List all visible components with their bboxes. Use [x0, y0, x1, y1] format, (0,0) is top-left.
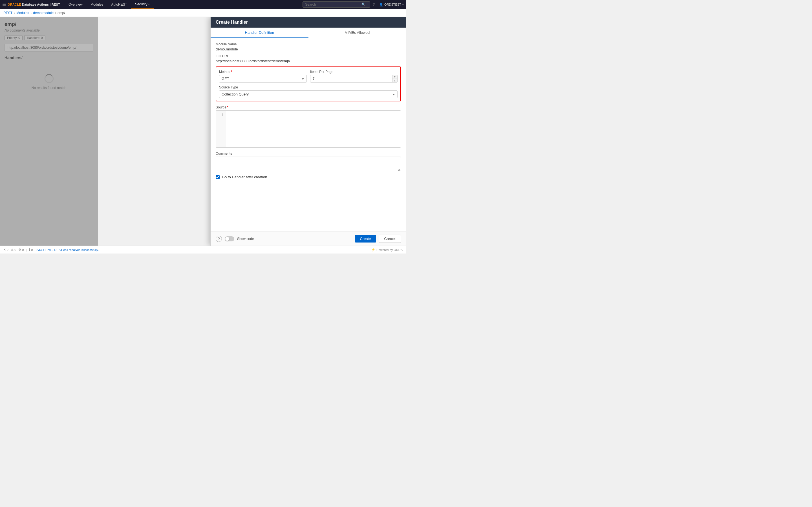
search-bar: 🔍	[303, 1, 370, 8]
info-status: ℹ 0	[29, 248, 33, 251]
items-per-page-wrapper: ▾ ▴	[310, 75, 398, 82]
source-editor: 1	[216, 110, 401, 148]
method-section: Method * GET POST PUT DELETE ▼	[219, 70, 307, 82]
show-code-label: Show code	[237, 237, 254, 241]
search-input[interactable]	[305, 3, 361, 6]
info-icon: ℹ	[29, 248, 30, 251]
breadcrumb-current: emp/	[57, 11, 65, 15]
show-code-toggle[interactable]	[225, 236, 234, 241]
no-results-text: No results found match	[32, 86, 66, 90]
warning-status: ⚠ 0	[11, 248, 16, 251]
source-type-label: Source Type	[219, 86, 398, 89]
go-to-handler-row: Go to Handler after creation	[216, 175, 401, 179]
search-icon: 🔍	[361, 3, 366, 6]
logo: ORACLE Database Actions | REST	[8, 3, 60, 6]
items-per-page-buttons: ▾ ▴	[392, 75, 397, 82]
priority-badge: Priority: 0	[4, 35, 22, 40]
source-required-indicator: *	[227, 105, 229, 109]
method-select[interactable]: GET POST PUT DELETE	[219, 75, 307, 82]
source-label: Source *	[216, 105, 401, 109]
go-to-handler-label: Go to Handler after creation	[222, 175, 267, 179]
loading-area: No results found match	[4, 63, 93, 101]
powered-by: ⚡ Powered by ORDS	[371, 248, 403, 251]
logo-oracle: ORACLE	[8, 3, 21, 6]
logo-rest: Database Actions | REST	[22, 3, 60, 6]
breadcrumb-modules[interactable]: Modules	[16, 11, 29, 15]
cancel-button[interactable]: Cancel	[379, 235, 401, 243]
items-per-page-down-btn[interactable]: ▾	[393, 75, 397, 79]
dialog-header: Create Handler	[211, 17, 406, 27]
footer-help-icon[interactable]: ?	[216, 236, 222, 242]
handlers-title: Handlers/	[4, 55, 93, 60]
tab-handler-definition[interactable]: Handler Definition	[211, 27, 308, 38]
breadcrumb-sep3: ›	[55, 11, 56, 15]
chevron-down-icon: ▾	[402, 3, 404, 6]
module-name-value: demo.module	[216, 47, 401, 51]
power-icon: ⚡	[371, 248, 375, 251]
dialog-tabs: Handler Definition MIMEs Allowed	[211, 27, 406, 38]
comments-section: Comments ⇲	[216, 152, 401, 172]
breadcrumb-sep2: ›	[31, 11, 32, 15]
method-label: Method *	[219, 70, 307, 74]
full-url-section: Full URL http://localhost:8080/ords/ords…	[216, 54, 401, 63]
no-comments: No comments available	[4, 29, 93, 33]
x-icon: ✕	[3, 248, 6, 251]
create-button[interactable]: Create	[355, 235, 376, 242]
user-icon: 👤	[379, 3, 383, 6]
nav-item-modules[interactable]: Modules	[87, 0, 107, 9]
full-url-label: Full URL	[216, 54, 401, 58]
module-name-label: Module Name	[216, 42, 401, 46]
full-url-value: http://localhost:8080/ords/ordstest/demo…	[216, 59, 401, 63]
breadcrumb-rest[interactable]: REST	[3, 11, 12, 15]
items-per-page-input[interactable]	[310, 75, 393, 82]
gear-icon: ⚙	[18, 248, 21, 251]
badge-row: Priority: 0 Handlers: 0	[4, 35, 93, 40]
handlers-badge: Handlers: 0	[24, 35, 45, 40]
dialog-footer: ? Show code Create Cancel	[211, 231, 406, 245]
tab-mimes-allowed[interactable]: MIMEs Allowed	[308, 27, 406, 38]
create-handler-dialog: Create Handler Handler Definition MIMEs …	[210, 17, 406, 245]
method-select-wrapper: GET POST PUT DELETE ▼	[219, 75, 307, 82]
left-panel: emp/ No comments available Priority: 0 H…	[0, 17, 98, 245]
help-icon[interactable]: ?	[372, 2, 375, 7]
items-per-page-section: Items Per Page ▾ ▴	[310, 70, 398, 82]
items-per-page-label: Items Per Page	[310, 70, 398, 74]
status-divider: |	[26, 248, 27, 251]
toggle-knob	[225, 237, 229, 241]
status-message: 2:33:41 PM - REST call resolved successf…	[36, 248, 99, 251]
comments-textarea[interactable]	[216, 157, 401, 171]
error-status: ✕ 2	[3, 248, 8, 251]
source-section: Source * 1	[216, 105, 401, 148]
source-textarea[interactable]	[226, 111, 401, 147]
top-nav: ☰ ORACLE Database Actions | REST Overvie…	[0, 0, 406, 9]
chevron-down-icon: ▾	[148, 3, 150, 6]
dialog-body: Module Name demo.module Full URL http://…	[211, 38, 406, 231]
method-required-indicator: *	[231, 70, 232, 74]
page-title: emp/	[4, 21, 93, 27]
status-bar: ✕ 2 ⚠ 0 ⚙ 0 | ℹ 0 2:33:41 PM - REST call…	[0, 245, 406, 253]
comments-label: Comments	[216, 152, 401, 156]
spinner	[45, 74, 54, 83]
breadcrumb-sep: ›	[14, 11, 15, 15]
nav-item-autorest[interactable]: AutoREST	[107, 0, 131, 9]
gear-status: ⚙ 0	[18, 248, 24, 251]
source-line-numbers: 1	[216, 111, 226, 147]
hamburger-icon[interactable]: ☰	[2, 2, 6, 7]
status-icons: ✕ 2 ⚠ 0 ⚙ 0 | ℹ 0	[3, 248, 33, 251]
module-name-section: Module Name demo.module	[216, 42, 401, 51]
nav-item-security[interactable]: Security ▾	[131, 0, 154, 9]
resize-handle-icon: ⇲	[398, 168, 400, 171]
user-menu[interactable]: 👤 ORDSTEST ▾	[379, 3, 404, 6]
breadcrumb: REST › Modules › demo.module › emp/	[0, 9, 406, 17]
warning-icon: ⚠	[11, 248, 13, 251]
nav-item-overview[interactable]: Overview	[64, 0, 87, 9]
breadcrumb-module[interactable]: demo.module	[33, 11, 54, 15]
go-to-handler-checkbox[interactable]	[216, 175, 220, 179]
items-per-page-up-btn[interactable]: ▴	[393, 79, 397, 82]
method-source-box: Method * GET POST PUT DELETE ▼	[216, 66, 401, 101]
source-type-select[interactable]: Collection Query Query Query One Row DML…	[219, 91, 398, 98]
source-type-section: Source Type Collection Query Query Query…	[219, 86, 398, 98]
url-bar: http://localhost:8080/ords/ordstest/demo…	[4, 44, 93, 52]
